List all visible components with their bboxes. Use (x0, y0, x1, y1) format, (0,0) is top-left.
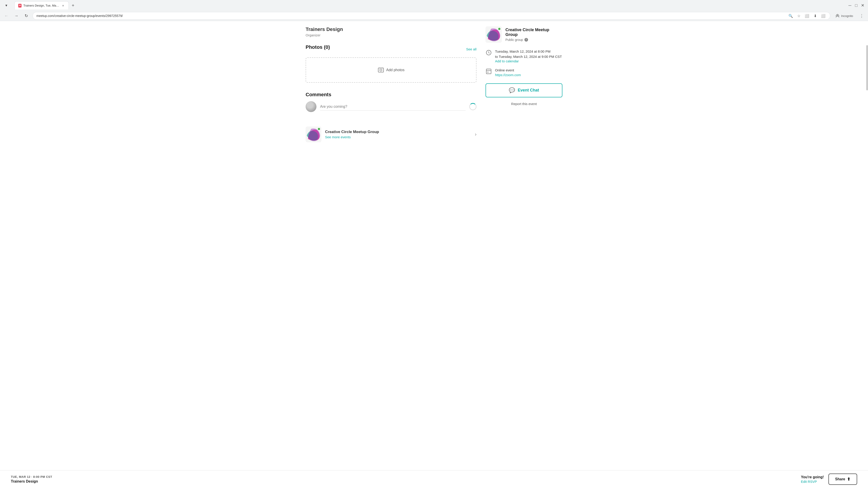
incognito-badge: Incognito (833, 13, 855, 19)
group-name: Creative Circle Meetup Group (325, 130, 471, 134)
loading-spinner (469, 103, 476, 110)
online-indicator (317, 127, 320, 131)
sidebar-group-type: Public group ? (505, 38, 562, 41)
sidebar-online-indicator (498, 27, 501, 31)
photos-title: Photos (0) (306, 44, 330, 50)
info-icon[interactable]: ? (524, 38, 528, 41)
url-field[interactable]: meetup.com/creative-circle-meetup-group/… (33, 12, 830, 20)
add-photos-button[interactable]: Add photos (378, 67, 405, 73)
search-icon-btn[interactable]: 🔍 (787, 13, 794, 19)
page-content: Trainers Design Organizer Photos (0) See… (298, 21, 569, 151)
address-bar: ← → ↻ meetup.com/creative-circle-meetup-… (0, 11, 868, 21)
tab-bar: M Trainers Design, Tue, Mar 12, 2... × + (12, 1, 845, 10)
location-detail-content: Online event https://zoom.com (495, 68, 562, 77)
zoom-link[interactable]: https://zoom.com (495, 73, 521, 77)
add-photos-label: Add photos (386, 68, 405, 72)
svg-rect-1 (378, 68, 383, 72)
svg-rect-6 (487, 69, 491, 74)
group-type-label: Public group (505, 38, 523, 41)
tab-favicon: M (18, 4, 22, 7)
svg-point-0 (837, 14, 838, 16)
active-tab[interactable]: M Trainers Design, Tue, Mar 12, 2... × (14, 1, 69, 9)
chevron-right-icon: › (475, 131, 476, 137)
group-logo (306, 127, 321, 142)
tab-close-button[interactable]: × (61, 4, 65, 8)
chat-icon: 💬 (509, 88, 515, 93)
organizer-label: Organizer (306, 33, 476, 37)
sidebar-group-name: Creative Circle Meetup Group (505, 28, 562, 37)
back-button[interactable]: ← (3, 12, 10, 20)
see-all-link[interactable]: See all (466, 47, 476, 51)
event-chat-label: Event Chat (518, 88, 539, 93)
close-window-button[interactable]: ✕ (860, 3, 865, 8)
add-to-calendar-link[interactable]: Add to calendar (495, 59, 519, 63)
photos-section-header: Photos (0) See all (306, 44, 476, 54)
extension-button[interactable]: ⬜ (804, 13, 810, 19)
svg-point-2 (380, 69, 382, 71)
profile-button[interactable]: ▼ (3, 2, 10, 9)
download-button[interactable]: ⬇ (812, 13, 818, 19)
side-column: Creative Circle Meetup Group Public grou… (486, 26, 562, 146)
avatar-placeholder (306, 101, 316, 112)
organizer-name: Trainers Design (306, 26, 476, 32)
organizer-section: Trainers Design Organizer (306, 26, 476, 37)
date-detail-content: Tuesday, March 12, 2024 at 8:00 PM to Tu… (495, 49, 562, 63)
bookmark-button[interactable]: ☆ (796, 13, 802, 19)
photos-area: Add photos (306, 57, 476, 83)
photo-icon (378, 67, 384, 73)
event-date-line1: Tuesday, March 12, 2024 at 8:00 PM (495, 49, 562, 54)
user-avatar (306, 101, 316, 112)
window-action-controls: ─ □ ✕ (847, 3, 865, 8)
scrollbar-thumb[interactable] (866, 45, 868, 90)
sidebar-group-card: Creative Circle Meetup Group Public grou… (486, 26, 562, 43)
clock-icon (486, 50, 492, 56)
incognito-label: Incognito (841, 14, 853, 18)
comment-input-area (306, 101, 476, 112)
report-event-link[interactable]: Report this event (511, 102, 537, 106)
event-chat-button[interactable]: 💬 Event Chat (486, 84, 562, 97)
forward-button[interactable]: → (13, 12, 20, 20)
group-info: Creative Circle Meetup Group See more ev… (325, 130, 471, 139)
event-date-line2: to Tuesday, March 12, 2024 at 9:00 PM CS… (495, 54, 562, 59)
main-column: Trainers Design Organizer Photos (0) See… (306, 26, 476, 146)
split-view-button[interactable]: ⬜ (820, 13, 827, 19)
event-details: Tuesday, March 12, 2024 at 8:00 PM to Tu… (486, 49, 562, 77)
reload-button[interactable]: ↻ (23, 12, 30, 20)
location-icon (486, 68, 492, 74)
url-text: meetup.com/creative-circle-meetup-group/… (36, 14, 786, 18)
browser-menu-button[interactable]: ⋮ (858, 12, 865, 20)
date-detail-row: Tuesday, March 12, 2024 at 8:00 PM to Tu… (486, 49, 562, 63)
event-location-type: Online event (495, 68, 562, 73)
url-icons: 🔍 ☆ ⬜ ⬇ ⬜ (787, 13, 827, 19)
window-controls: ▼ (3, 2, 10, 9)
tab-title: Trainers Design, Tue, Mar 12, 2... (23, 4, 59, 7)
group-card[interactable]: Creative Circle Meetup Group See more ev… (306, 123, 476, 146)
comment-input[interactable] (320, 103, 466, 111)
svg-point-7 (488, 72, 488, 72)
see-more-events-link[interactable]: See more events (325, 135, 350, 139)
minimize-button[interactable]: ─ (847, 3, 852, 8)
title-bar: ▼ M Trainers Design, Tue, Mar 12, 2... ×… (0, 0, 868, 11)
sidebar-group-info: Creative Circle Meetup Group Public grou… (505, 28, 562, 41)
comments-section: Comments (306, 92, 476, 112)
location-detail-row: Online event https://zoom.com (486, 68, 562, 77)
photos-section: Photos (0) See all Add photos (306, 44, 476, 83)
incognito-icon (835, 13, 840, 18)
browser-chrome: ▼ M Trainers Design, Tue, Mar 12, 2... ×… (0, 0, 868, 21)
maximize-button[interactable]: □ (854, 3, 859, 8)
comments-title: Comments (306, 92, 476, 98)
sidebar-group-logo (486, 26, 502, 43)
new-tab-button[interactable]: + (70, 2, 76, 9)
